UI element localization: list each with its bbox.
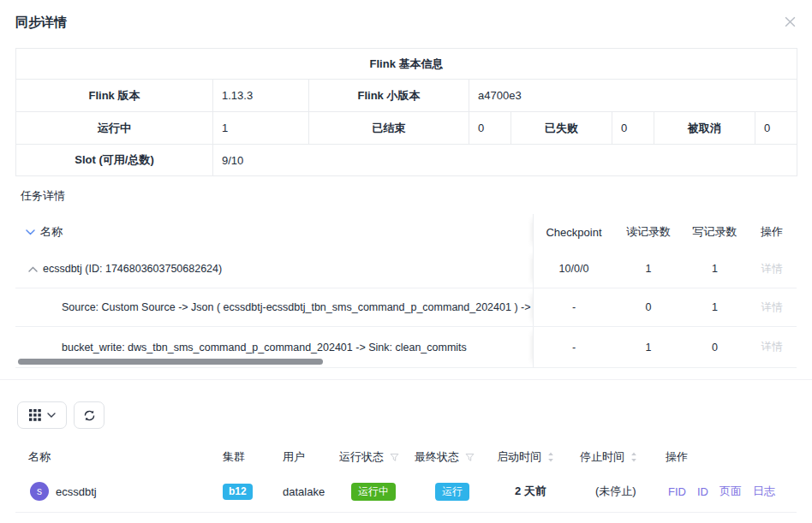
canceled-label: 被取消	[654, 112, 755, 145]
task-read-count: 0	[614, 288, 683, 326]
task-table-header: 名称 Checkpoint 读记录数 写记录数 操作	[15, 214, 797, 250]
task-name: Source: Custom Source -> Json ( ecssdbtj…	[62, 301, 533, 313]
task-name: ecssdbtj (ID: 1746803603750682624)	[43, 263, 222, 275]
section-divider	[0, 379, 812, 380]
final-status-badge: 运行	[435, 483, 469, 501]
failed-label: 已失败	[511, 112, 612, 145]
flink-info-title: Flink 基本信息	[16, 49, 797, 80]
col-write: 写记录数	[683, 214, 747, 250]
task-checkpoint: -	[534, 327, 614, 367]
col-cluster: 集群	[223, 449, 283, 465]
run-status-badge: 运行中	[351, 483, 396, 501]
flink-info-table: Flink 基本信息 Flink 版本 1.13.3 Flink 小版本 a47…	[15, 48, 797, 176]
canceled-value: 0	[755, 112, 797, 145]
task-write-count: 1	[683, 250, 747, 288]
sync-detail-drawer: 同步详情 Flink 基本信息 Flink 版本 1.13.3 Flink 小版…	[0, 0, 812, 523]
flink-version-label: Flink 版本	[16, 80, 213, 112]
sorter-icon[interactable]	[547, 452, 554, 462]
sorter-icon[interactable]	[630, 452, 637, 462]
task-write-count: 0	[683, 327, 747, 367]
id-link[interactable]: ID	[697, 485, 708, 498]
failed-value: 0	[612, 112, 654, 145]
task-name: bucket_write: dws_tbn_sms_command_p_comm…	[62, 342, 467, 354]
job-user: datalake	[283, 485, 339, 498]
task-checkpoint: -	[534, 288, 614, 326]
table-row: s ecssdbtj b12 datalake 运行中 运行 2 天前 (未停止…	[15, 471, 797, 513]
filter-icon[interactable]	[390, 453, 399, 462]
running-label: 运行中	[16, 112, 213, 145]
column-settings-button[interactable]	[17, 401, 67, 429]
col-action: 操作	[666, 449, 797, 465]
avatar: s	[30, 482, 49, 501]
task-read-count: 1	[614, 327, 683, 367]
cluster-badge: b12	[223, 484, 253, 500]
task-section-title: 任务详情	[21, 188, 65, 204]
table-row: ecssdbtj (ID: 1746803603750682624) 10/0/…	[15, 250, 797, 288]
chevron-down-icon[interactable]	[26, 229, 35, 235]
slot-value: 9/10	[213, 145, 797, 176]
page-link[interactable]: 页面	[719, 484, 742, 499]
col-name: 名称	[15, 449, 223, 465]
finished-label: 已结束	[309, 112, 469, 145]
task-write-count: 1	[683, 288, 747, 326]
jobs-table: 名称 集群 用户 运行状态 最终状态 启动时间	[15, 443, 797, 513]
chevron-down-icon	[47, 413, 56, 418]
horizontal-scrollbar[interactable]	[18, 359, 323, 365]
flink-minor-version-label: Flink 小版本	[309, 80, 469, 112]
col-start-time: 启动时间	[497, 449, 580, 465]
task-read-count: 1	[614, 250, 683, 288]
refresh-icon	[83, 409, 96, 422]
flink-minor-version-value: a4700e3	[469, 80, 797, 112]
close-icon[interactable]	[782, 14, 797, 29]
col-user: 用户	[283, 449, 339, 465]
fid-link[interactable]: FID	[668, 485, 686, 498]
col-name: 名称	[40, 224, 63, 240]
job-name: ecssdbtj	[56, 485, 97, 498]
job-start-time: 2 天前	[497, 484, 580, 499]
job-stop-time: (未停止)	[580, 484, 666, 499]
finished-value: 0	[469, 112, 511, 145]
detail-link[interactable]: 详情	[761, 300, 783, 315]
col-read: 读记录数	[614, 214, 683, 250]
running-value: 1	[213, 112, 309, 145]
col-run-status: 运行状态	[339, 449, 415, 465]
flink-version-value: 1.13.3	[213, 80, 309, 112]
col-stop-time: 停止时间	[580, 449, 666, 465]
detail-link[interactable]: 详情	[761, 262, 783, 276]
task-checkpoint: 10/0/0	[534, 250, 614, 288]
log-link[interactable]: 日志	[753, 484, 775, 499]
col-checkpoint: Checkpoint	[534, 214, 614, 250]
grid-icon	[29, 409, 41, 421]
chevron-up-icon[interactable]	[28, 266, 38, 272]
table-row: Source: Custom Source -> Json ( ecssdbtj…	[15, 288, 797, 327]
col-final-status: 最终状态	[415, 449, 497, 465]
col-action: 操作	[747, 214, 797, 250]
slot-label: Slot (可用/总数)	[16, 145, 213, 176]
refresh-button[interactable]	[74, 401, 104, 429]
jobs-table-header: 名称 集群 用户 运行状态 最终状态 启动时间	[15, 443, 797, 471]
drawer-title: 同步详情	[15, 15, 67, 31]
detail-link[interactable]: 详情	[761, 340, 783, 354]
task-table: 名称 Checkpoint 读记录数 写记录数 操作 ecssdbtj (ID:…	[15, 214, 797, 368]
filter-icon[interactable]	[465, 453, 475, 462]
